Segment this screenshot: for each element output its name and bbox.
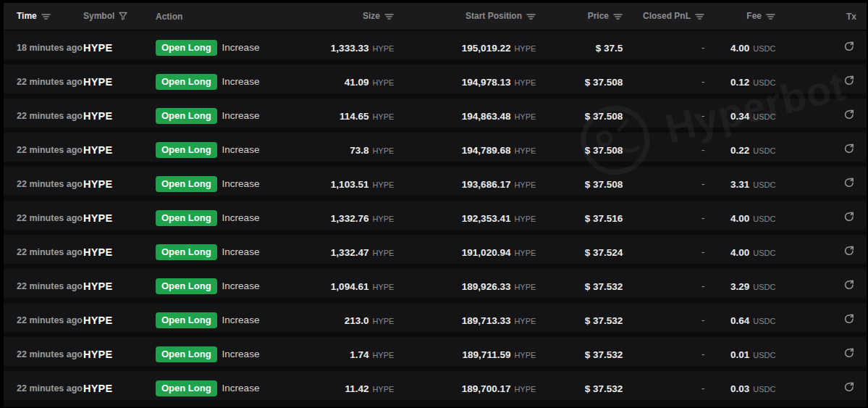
time-cell: 22 minutes ago <box>17 315 83 325</box>
start-position-cell: 191,020.94HYPE <box>394 246 536 259</box>
sort-icon[interactable] <box>41 12 51 22</box>
start-position-cell: 193,686.17HYPE <box>394 178 536 191</box>
open-long-badge: Open Long <box>156 312 217 328</box>
action-note: Increase <box>222 110 260 121</box>
closed-pnl-cell: - <box>623 42 704 53</box>
fee-cell: 0.22USDC <box>704 143 775 157</box>
start-position-value: 194,863.48 <box>462 111 511 122</box>
closed-pnl-cell: - <box>623 212 704 223</box>
column-header-fee[interactable]: Fee <box>704 11 775 22</box>
open-long-badge: Open Long <box>156 176 217 192</box>
price-cell: $ 37.516 <box>536 212 623 225</box>
tx-link-button[interactable] <box>842 175 856 192</box>
size-value: 11.42 <box>345 383 368 394</box>
size-value: 1,094.61 <box>331 281 369 292</box>
start-position-cell: 194,978.13HYPE <box>394 75 536 88</box>
time-cell: 18 minutes ago <box>17 43 83 53</box>
size-unit: HYPE <box>372 317 394 325</box>
external-link-icon <box>843 347 855 361</box>
sort-icon[interactable] <box>695 12 704 22</box>
tx-cell <box>775 278 856 294</box>
size-unit: HYPE <box>372 249 394 257</box>
fee-unit: USDC <box>753 283 775 291</box>
action-cell: Open LongIncrease <box>156 176 259 192</box>
symbol-cell: HYPE <box>83 349 156 360</box>
fee-unit: USDC <box>753 180 775 189</box>
symbol-cell: HYPE <box>83 42 156 54</box>
fee-cell: 4.00USDC <box>704 246 775 259</box>
start-position-cell: 189,713.33HYPE <box>394 314 536 327</box>
start-position-cell: 189,926.33HYPE <box>394 280 536 293</box>
filter-icon[interactable] <box>119 12 127 22</box>
column-header-price[interactable]: Price <box>536 11 623 22</box>
column-label-symbol: Symbol <box>83 11 114 21</box>
action-cell: Open LongIncrease <box>156 346 259 362</box>
action-note: Increase <box>222 212 260 223</box>
size-value: 1,332.47 <box>331 247 369 258</box>
size-unit: HYPE <box>372 283 394 291</box>
column-header-start_position[interactable]: Start Position <box>394 11 536 22</box>
column-label-size: Size <box>363 11 380 21</box>
price-cell: $ 37.524 <box>536 246 623 259</box>
size-value: 1,332.76 <box>331 213 369 224</box>
closed-pnl-cell: - <box>623 280 704 291</box>
column-label-start_position: Start Position <box>465 11 522 21</box>
size-unit: HYPE <box>372 78 394 87</box>
action-cell: Open LongIncrease <box>156 210 259 226</box>
sort-icon[interactable] <box>613 12 623 22</box>
action-note: Increase <box>222 144 260 155</box>
sort-icon[interactable] <box>384 12 394 22</box>
start-position-value: 189,700.17 <box>462 383 511 394</box>
column-label-tx: Tx <box>846 12 856 22</box>
action-cell: Open LongIncrease <box>156 380 259 396</box>
size-cell: 41.09HYPE <box>259 75 394 88</box>
tx-link-button[interactable] <box>842 73 856 90</box>
size-value: 73.8 <box>350 145 368 156</box>
size-cell: 1,103.51HYPE <box>259 178 394 191</box>
tx-link-button[interactable] <box>842 380 856 396</box>
fee-value: 3.29 <box>730 281 749 292</box>
price-value: $ 37.508 <box>585 179 623 190</box>
tx-link-button[interactable] <box>842 278 856 294</box>
size-cell: 1,094.61HYPE <box>259 280 394 293</box>
column-label-time: Time <box>17 11 37 21</box>
tx-link-button[interactable] <box>842 141 856 158</box>
size-cell: 213.0HYPE <box>259 314 394 327</box>
column-header-tx: Tx <box>775 12 856 22</box>
table-row-5: 22 minutes agoHYPEOpen LongIncrease1,103… <box>4 167 867 201</box>
external-link-icon <box>843 279 855 293</box>
tx-link-button[interactable] <box>842 243 856 260</box>
tx-link-button[interactable] <box>842 312 856 328</box>
tx-link-button[interactable] <box>842 209 856 226</box>
sort-icon[interactable] <box>526 12 536 22</box>
symbol-cell: HYPE <box>83 246 156 258</box>
trade-history-table: Hyperbot TimeSymbolActionSizeStart Posit… <box>4 3 867 407</box>
trade-history-panel: Hyperbot TimeSymbolActionSizeStart Posit… <box>0 0 868 408</box>
action-note: Increase <box>222 178 260 189</box>
start-position-cell: 189,700.17HYPE <box>394 382 536 395</box>
fee-value: 0.22 <box>730 145 749 156</box>
start-position-unit: HYPE <box>514 283 536 291</box>
size-unit: HYPE <box>372 44 394 53</box>
size-cell: 1,332.47HYPE <box>259 246 394 259</box>
size-value: 114.65 <box>340 111 369 122</box>
table-row-7: 22 minutes agoHYPEOpen LongIncrease1,332… <box>4 235 867 269</box>
column-header-symbol[interactable]: Symbol <box>83 11 156 22</box>
fee-cell: 0.03USDC <box>704 382 775 395</box>
tx-link-button[interactable] <box>842 39 856 56</box>
tx-link-button[interactable] <box>842 346 856 362</box>
column-header-time[interactable]: Time <box>17 11 83 22</box>
sort-icon[interactable] <box>766 12 775 22</box>
fee-value: 0.64 <box>730 315 749 326</box>
start-position-value: 191,020.94 <box>462 247 511 258</box>
tx-link-button[interactable] <box>842 107 856 124</box>
tx-cell <box>775 312 856 328</box>
column-header-closed_pnl[interactable]: Closed PnL <box>623 11 704 22</box>
column-header-size[interactable]: Size <box>259 11 394 22</box>
fee-value: 4.00 <box>730 43 749 54</box>
start-position-cell: 194,863.48HYPE <box>394 109 536 122</box>
action-cell: Open LongIncrease <box>156 74 259 90</box>
start-position-value: 194,789.68 <box>462 145 511 156</box>
size-unit: HYPE <box>372 385 394 394</box>
start-position-unit: HYPE <box>514 317 536 325</box>
